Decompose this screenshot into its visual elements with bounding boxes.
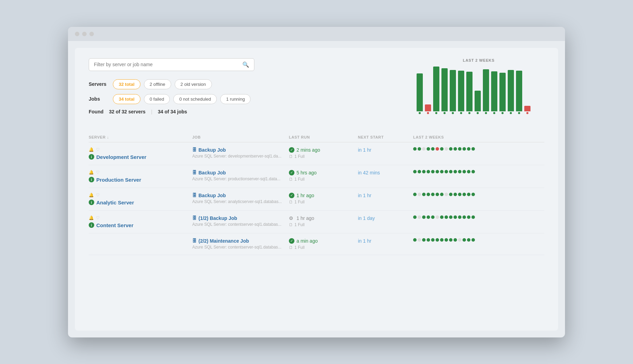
last-run-time: ✓ 5 hrs ago (289, 170, 358, 175)
bar-green (508, 70, 514, 111)
dot (431, 147, 435, 151)
dot (440, 193, 444, 196)
traffic-close[interactable] (75, 32, 79, 36)
job-icon: 🗄 (192, 238, 197, 243)
bar-green (491, 71, 497, 111)
bar-green (516, 71, 522, 111)
jobs-running-btn[interactable]: 1 running (220, 94, 251, 104)
traffic-minimize[interactable] (82, 32, 87, 36)
search-input[interactable] (94, 62, 242, 67)
job-cell: 🗄 (2/2) Maintenance Job Azure SQL Server… (192, 238, 289, 250)
job-name[interactable]: 🗄 Backup Job (192, 193, 289, 198)
last-run-time: ✓ 1 hr ago (289, 193, 358, 198)
dot (449, 215, 452, 219)
chart-bars (413, 66, 544, 114)
bar-green (433, 67, 439, 111)
dot (422, 170, 426, 173)
found-servers: 32 of 32 servers (109, 109, 146, 114)
dot (440, 170, 444, 173)
bar-red (425, 104, 431, 111)
run-sub: 🗋 1 Full (289, 222, 358, 227)
dot (418, 193, 421, 196)
bar-red (524, 106, 530, 111)
dot (449, 238, 452, 242)
found-label: Found (89, 109, 104, 114)
dot (454, 215, 457, 219)
traffic-maximize[interactable] (89, 32, 94, 36)
bell-icon: 🔔 (89, 147, 94, 152)
dot (436, 170, 439, 173)
chart-bar-14 (524, 106, 530, 114)
bar-green (458, 71, 464, 111)
chart-bar-11 (499, 73, 506, 114)
bar-green (450, 70, 456, 111)
chart-panel: LAST 2 WEEKS (413, 58, 544, 114)
next-start-cell: in 1 day (358, 215, 413, 221)
jobs-failed-btn[interactable]: 0 failed (144, 94, 170, 104)
next-start-cell: in 1 hr (358, 238, 413, 244)
dot (467, 215, 470, 219)
dot (471, 147, 475, 151)
job-name[interactable]: 🗄 (1/2) Backup Job (192, 215, 289, 221)
run-sub-icon: 🗋 (289, 245, 293, 250)
job-name[interactable]: 🗄 (2/2) Maintenance Job (192, 238, 289, 244)
server-name[interactable]: i Production Server (89, 177, 192, 183)
bell-icon: 🔔 (89, 193, 94, 198)
last-run-cell: ⚙ 1 hr ago 🗋 1 Full (289, 215, 358, 227)
dot (467, 238, 470, 242)
left-panel: 🔍 Servers 32 total 2 offline 2 old versi… (89, 58, 413, 123)
main-window: 🔍 Servers 32 total 2 offline 2 old versi… (68, 27, 565, 337)
last-run-cell: ✓ 5 hrs ago 🗋 1 Full (289, 170, 358, 182)
dot (454, 170, 457, 173)
servers-total-btn[interactable]: 32 total (113, 79, 140, 89)
jobs-not-scheduled-btn[interactable]: 0 not scheduled (173, 94, 217, 104)
servers-old-btn[interactable]: 2 old version (175, 79, 212, 89)
dots-cell (413, 170, 482, 173)
dot (462, 215, 466, 219)
col-job: JOB (192, 135, 289, 139)
heart-icon: ♡ (96, 215, 100, 220)
bar-green (483, 69, 489, 111)
job-icon: 🗄 (192, 215, 197, 221)
heart-icon: ♡ (96, 147, 100, 152)
job-name[interactable]: 🗄 Backup Job (192, 147, 289, 153)
bar-dot (501, 112, 504, 114)
dot (458, 215, 461, 219)
job-name[interactable]: 🗄 Backup Job (192, 170, 289, 175)
server-name[interactable]: i Content Server (89, 222, 192, 228)
server-name[interactable]: i Analytic Server (89, 200, 192, 205)
server-name[interactable]: i Development Server (89, 154, 192, 160)
dot (427, 238, 430, 242)
dot (422, 147, 426, 151)
dot (458, 193, 461, 196)
bell-icon: 🔔 (89, 215, 94, 220)
dot (436, 238, 439, 242)
info-icon: i (89, 154, 94, 160)
gear-icon: ⚙ (289, 215, 294, 221)
dot (431, 238, 435, 242)
dot (413, 238, 417, 242)
dot (445, 170, 448, 173)
job-sub: Azure SQL Server: contentserver-sql1.dat… (192, 222, 289, 227)
col-last2weeks: LAST 2 WEEKS (413, 135, 482, 139)
bar-green (475, 91, 481, 111)
chart-bar-3 (433, 67, 439, 114)
dot (418, 147, 421, 151)
job-cell: 🗄 Backup Job Azure SQL Server: productio… (192, 170, 289, 181)
job-icon: 🗄 (192, 147, 197, 152)
col-lastrun: LAST RUN (289, 135, 358, 139)
dot (445, 193, 448, 196)
dot (431, 170, 435, 173)
job-icon: 🗄 (192, 170, 197, 175)
jobs-label: Jobs (89, 96, 109, 102)
col-server: SERVER ↓ (89, 135, 192, 139)
jobs-total-btn[interactable]: 34 total (113, 94, 140, 104)
servers-offline-btn[interactable]: 2 offline (144, 79, 171, 89)
dot (440, 238, 444, 242)
last-run-cell: ✓ a min ago 🗋 1 Full (289, 238, 358, 250)
last-run-time: ✓ a min ago (289, 238, 358, 244)
dot (422, 238, 426, 242)
bar-green (417, 73, 423, 111)
dot (418, 215, 421, 219)
dot (427, 193, 430, 196)
